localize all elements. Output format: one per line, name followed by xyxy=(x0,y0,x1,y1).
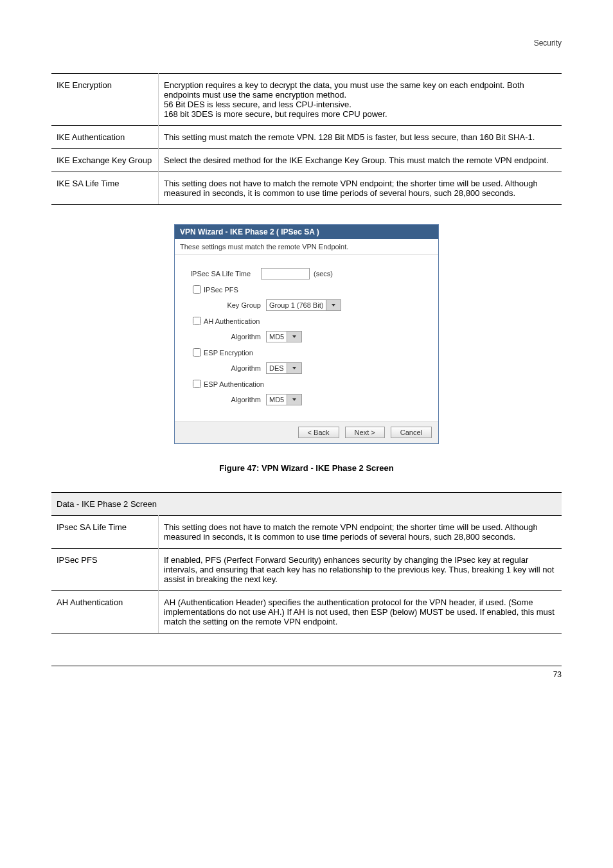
ah-algo-select[interactable]: MD5 xyxy=(266,331,302,342)
table-row: IPSec PFS If enabled, PFS (Perfect Forwa… xyxy=(51,549,562,591)
cell-label: IKE Exchange Key Group xyxy=(51,149,159,172)
dialog-vpn-wizard: VPN Wizard - IKE Phase 2 ( IPSec SA ) Th… xyxy=(174,224,439,444)
cell-label: IKE Authentication xyxy=(51,126,159,149)
chevron-down-icon xyxy=(287,363,301,373)
pfs-label: IPSec PFS xyxy=(204,286,238,294)
cell-label: IPSec PFS xyxy=(51,549,159,591)
table-heading-row: Data - IKE Phase 2 Screen xyxy=(51,493,562,516)
espenc-checkbox[interactable] xyxy=(193,348,201,357)
svg-marker-2 xyxy=(292,367,296,369)
row-espenc: ESP Encryption xyxy=(190,346,423,359)
table-row: IKE Authentication This setting must mat… xyxy=(51,126,562,149)
row-ah: AH Authentication xyxy=(190,315,423,327)
cancel-button[interactable]: Cancel xyxy=(391,427,432,438)
dialog-footer: < Back Next > Cancel xyxy=(175,421,438,443)
back-button[interactable]: < Back xyxy=(298,427,339,438)
cell-desc: This setting does not have to match the … xyxy=(159,172,562,205)
espauth-algo-select[interactable]: MD5 xyxy=(266,394,302,405)
chevron-down-icon xyxy=(287,394,301,405)
cell-desc: This setting must match the remote VPN. … xyxy=(159,126,562,149)
figure-caption: Figure 47: VPN Wizard - IKE Phase 2 Scre… xyxy=(51,463,562,473)
cell-desc: AH (Authentication Header) specifies the… xyxy=(159,591,562,633)
espenc-algo-label: Algorithm xyxy=(190,364,266,372)
chevron-down-icon xyxy=(287,332,301,342)
page-footer: 73 xyxy=(51,666,562,679)
svg-marker-1 xyxy=(292,335,296,338)
espauth-label: ESP Authentication xyxy=(204,380,264,388)
row-espauth: ESP Authentication xyxy=(190,378,423,390)
dialog-subtitle: These settings must match the remote VPN… xyxy=(175,239,438,255)
ah-algo-label: Algorithm xyxy=(190,333,266,341)
table-heading: Data - IKE Phase 2 Screen xyxy=(51,493,562,516)
espauth-algo-label: Algorithm xyxy=(190,396,266,403)
row-keygroup: Key Group Group 1 (768 Bit) xyxy=(190,299,423,311)
salife-label: IPSec SA Life Time xyxy=(190,270,261,278)
table-row: IPsec SA Life Time This setting does not… xyxy=(51,516,562,549)
row-pfs: IPSec PFS xyxy=(190,283,423,296)
table-row: IKE SA Life Time This setting does not h… xyxy=(51,172,562,205)
cell-desc: Encryption requires a key to decrypt the… xyxy=(159,74,562,126)
cell-label: IKE SA Life Time xyxy=(51,172,159,205)
keygroup-label: Key Group xyxy=(190,301,266,309)
espauth-checkbox[interactable] xyxy=(193,380,201,388)
keygroup-value: Group 1 (768 Bit) xyxy=(267,301,326,309)
cell-label: AH Authentication xyxy=(51,591,159,633)
espenc-algo-select[interactable]: DES xyxy=(266,362,302,374)
espenc-algo-value: DES xyxy=(267,364,287,372)
row-ah-algo: Algorithm MD5 xyxy=(190,331,423,342)
dialog-title: VPN Wizard - IKE Phase 2 ( IPSec SA ) xyxy=(175,225,438,239)
row-salife: IPSec SA Life Time (secs) xyxy=(190,268,423,279)
chevron-down-icon xyxy=(326,300,341,310)
svg-marker-0 xyxy=(332,304,335,306)
table-ike-phase1: IKE Encryption Encryption requires a key… xyxy=(51,73,562,205)
cell-desc: This setting does not have to match the … xyxy=(159,516,562,549)
next-button[interactable]: Next > xyxy=(345,427,385,438)
table-row: AH Authentication AH (Authentication Hea… xyxy=(51,591,562,633)
pfs-checkbox[interactable] xyxy=(193,285,201,294)
cell-desc: Select the desired method for the IKE Ex… xyxy=(159,149,562,172)
cell-label: IPsec SA Life Time xyxy=(51,516,159,549)
cell-label: IKE Encryption xyxy=(51,74,159,126)
page-number: 73 xyxy=(553,670,562,679)
table-row: IKE Exchange Key Group Select the desire… xyxy=(51,149,562,172)
row-espenc-algo: Algorithm DES xyxy=(190,362,423,374)
header-section: Security xyxy=(51,39,562,48)
table-ike-phase2: Data - IKE Phase 2 Screen IPsec SA Life … xyxy=(51,492,562,633)
svg-marker-3 xyxy=(292,398,296,401)
salife-input[interactable] xyxy=(261,268,310,279)
keygroup-select[interactable]: Group 1 (768 Bit) xyxy=(266,299,341,311)
dialog-body: IPSec SA Life Time (secs) IPSec PFS Key … xyxy=(175,255,438,421)
table-row: IKE Encryption Encryption requires a key… xyxy=(51,74,562,126)
espenc-label: ESP Encryption xyxy=(204,349,253,357)
espauth-algo-value: MD5 xyxy=(267,396,287,403)
ah-label: AH Authentication xyxy=(204,317,260,325)
cell-desc: If enabled, PFS (Perfect Forward Securit… xyxy=(159,549,562,591)
figure-vpn-wizard: VPN Wizard - IKE Phase 2 ( IPSec SA ) Th… xyxy=(51,224,562,473)
row-espauth-algo: Algorithm MD5 xyxy=(190,394,423,405)
ah-checkbox[interactable] xyxy=(193,317,201,325)
ah-algo-value: MD5 xyxy=(267,333,287,341)
salife-unit: (secs) xyxy=(314,270,333,278)
